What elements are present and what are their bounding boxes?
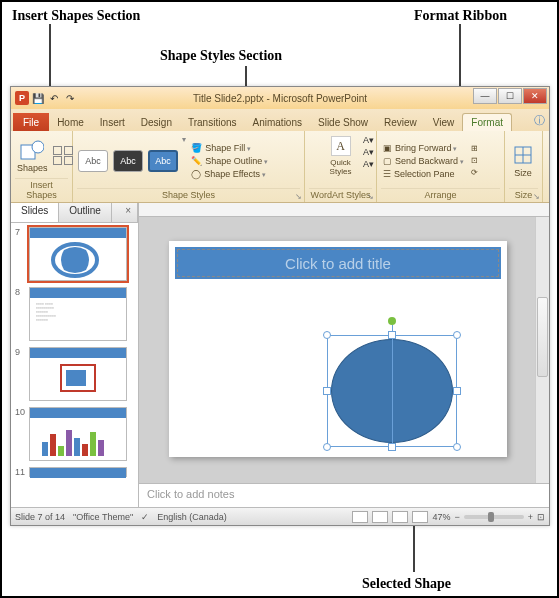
shape-thumb[interactable] — [64, 146, 73, 155]
tab-animations[interactable]: Animations — [245, 114, 310, 131]
group-shape-styles: Abc Abc Abc ▾ 🪣Shape Fill ✏️Shape Outlin… — [73, 131, 305, 202]
notes-pane[interactable]: Click to add notes — [139, 483, 549, 507]
tab-insert[interactable]: Insert — [92, 114, 133, 131]
pencil-icon: ✏️ — [191, 156, 202, 166]
tab-transitions[interactable]: Transitions — [180, 114, 245, 131]
tab-view[interactable]: View — [425, 114, 463, 131]
styles-more-icon[interactable]: ▾ — [182, 135, 186, 144]
group-button[interactable]: ⊡ — [469, 155, 480, 166]
size-icon — [511, 143, 535, 167]
zoom-slider[interactable] — [464, 515, 524, 519]
view-slideshow-button[interactable] — [412, 511, 428, 523]
maximize-button[interactable]: ☐ — [498, 88, 522, 104]
tab-slideshow[interactable]: Slide Show — [310, 114, 376, 131]
scrollbar-vertical[interactable] — [535, 217, 549, 483]
shapes-button[interactable]: Shapes — [15, 136, 50, 175]
tab-file[interactable]: File — [13, 113, 49, 131]
status-bar: Slide 7 of 14 "Office Theme" ✓ English (… — [11, 507, 549, 525]
shapes-icon — [20, 138, 44, 162]
slide-thumb-8[interactable]: ━━━━ ━━━━━━━━━━━━━━━━━━━━━━━━━━━━━━━━━━━ — [29, 287, 127, 341]
view-reading-button[interactable] — [392, 511, 408, 523]
view-normal-button[interactable] — [352, 511, 368, 523]
slide-thumb-11[interactable] — [29, 467, 127, 477]
size-button[interactable]: Size — [509, 141, 537, 180]
shape-thumb[interactable] — [53, 156, 62, 165]
pane-tab-slides[interactable]: Slides — [11, 203, 59, 222]
selection-pane-button[interactable]: ☰Selection Pane — [381, 168, 466, 180]
dialog-launcher-icon[interactable]: ↘ — [533, 192, 540, 201]
svg-rect-17 — [90, 432, 96, 456]
group-label-insert-shapes: Insert Shapes — [15, 178, 68, 200]
fit-window-button[interactable]: ⊡ — [537, 512, 545, 522]
bring-forward-button[interactable]: ▣Bring Forward — [381, 142, 466, 154]
send-backward-button[interactable]: ▢Send Backward — [381, 155, 466, 167]
resize-handle[interactable] — [388, 331, 396, 339]
pane-close-icon[interactable]: × — [119, 203, 138, 222]
rotate-icon: ⟳ — [471, 168, 478, 177]
style-thumb-3[interactable]: Abc — [148, 150, 178, 172]
resize-handle[interactable] — [388, 443, 396, 451]
close-button[interactable]: ✕ — [523, 88, 547, 104]
text-outline-icon[interactable]: A▾ — [363, 147, 374, 157]
app-icon: P — [15, 91, 29, 105]
slide-thumb-7[interactable] — [29, 227, 127, 281]
tab-design[interactable]: Design — [133, 114, 180, 131]
shape-fill-button[interactable]: 🪣Shape Fill — [189, 142, 270, 154]
style-thumb-2[interactable]: Abc — [113, 150, 143, 172]
resize-handle[interactable] — [453, 331, 461, 339]
resize-handle[interactable] — [323, 387, 331, 395]
svg-rect-14 — [66, 430, 72, 456]
group-label-arrange: Arrange — [381, 188, 500, 200]
align-button[interactable]: ⊞ — [469, 143, 480, 154]
dialog-launcher-icon[interactable]: ↘ — [367, 192, 374, 201]
slide-thumb-10[interactable] — [29, 407, 127, 461]
quick-styles-button[interactable]: A Quick Styles — [328, 133, 354, 178]
rotate-button[interactable]: ⟳ — [469, 167, 480, 178]
send-backward-icon: ▢ — [383, 156, 392, 166]
title-bar: P 💾 ↶ ↷ Title Slide2.pptx - Microsoft Po… — [11, 87, 549, 109]
shape-outline-button[interactable]: ✏️Shape Outline — [189, 155, 270, 167]
minimize-button[interactable]: — — [473, 88, 497, 104]
tab-format[interactable]: Format — [462, 113, 512, 131]
tab-home[interactable]: Home — [49, 114, 92, 131]
resize-handle[interactable] — [453, 387, 461, 395]
ruler-horizontal — [139, 203, 549, 217]
slide-thumb-9[interactable] — [29, 347, 127, 401]
resize-handle[interactable] — [323, 443, 331, 451]
qat-save-icon[interactable]: 💾 — [31, 91, 45, 105]
svg-rect-12 — [50, 434, 56, 456]
thumb-num: 8 — [15, 287, 25, 297]
qat-undo-icon[interactable]: ↶ — [47, 91, 61, 105]
help-icon[interactable]: ⓘ — [534, 113, 545, 128]
svg-rect-15 — [74, 438, 80, 456]
resize-handle[interactable] — [453, 443, 461, 451]
qat-redo-icon[interactable]: ↷ — [63, 91, 77, 105]
effects-icon: ◯ — [191, 169, 201, 179]
slide-canvas[interactable]: Click to add title — [169, 241, 507, 457]
selected-shape[interactable] — [327, 335, 457, 447]
rotate-handle[interactable] — [388, 317, 396, 325]
shapes-label: Shapes — [17, 163, 48, 173]
shape-thumb[interactable] — [64, 156, 73, 165]
ellipse-shape[interactable] — [331, 339, 453, 443]
style-thumb-1[interactable]: Abc — [78, 150, 108, 172]
paint-bucket-icon: 🪣 — [191, 143, 202, 153]
zoom-in-button[interactable]: + — [528, 512, 533, 522]
dialog-launcher-icon[interactable]: ↘ — [295, 192, 302, 201]
status-language[interactable]: English (Canada) — [157, 512, 227, 522]
title-placeholder[interactable]: Click to add title — [175, 247, 501, 279]
shape-thumb[interactable] — [53, 146, 62, 155]
text-effects-icon[interactable]: A▾ — [363, 159, 374, 169]
wordart-a-icon: A — [331, 136, 351, 156]
group-label-shape-styles: Shape Styles — [77, 188, 300, 200]
resize-handle[interactable] — [323, 331, 331, 339]
view-sorter-button[interactable] — [372, 511, 388, 523]
workspace: Slides Outline × 7 8 ━━━━ ━━━━━━━━━━━━━━… — [11, 203, 549, 507]
thumb-num: 10 — [15, 407, 25, 417]
text-fill-icon[interactable]: A▾ — [363, 135, 374, 145]
pane-tab-outline[interactable]: Outline — [59, 203, 112, 222]
spellcheck-icon[interactable]: ✓ — [141, 512, 149, 522]
zoom-out-button[interactable]: − — [454, 512, 459, 522]
tab-review[interactable]: Review — [376, 114, 425, 131]
shape-effects-button[interactable]: ◯Shape Effects — [189, 168, 270, 180]
